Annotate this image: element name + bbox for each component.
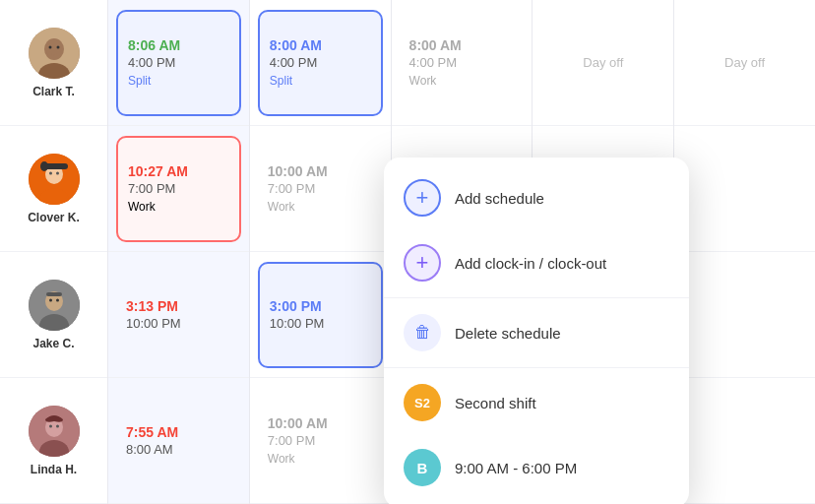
time-secondary-clark-col2: 4:00 PM bbox=[270, 55, 371, 70]
time-primary-linda-col1: 7:55 AM bbox=[126, 424, 231, 440]
menu-label-time-range: 9:00 AM - 6:00 PM bbox=[455, 460, 577, 476]
time-secondary-clover-col1: 7:00 PM bbox=[128, 181, 229, 196]
time-primary-jake-col1: 3:13 PM bbox=[126, 298, 231, 314]
menu-label-delete-schedule: Delete schedule bbox=[455, 325, 561, 342]
menu-divider-2 bbox=[384, 367, 689, 368]
employee-name-jake: Jake C. bbox=[32, 337, 74, 350]
menu-item-second-shift[interactable]: S2 Second shift bbox=[384, 370, 689, 435]
schedule-cell-linda-col1[interactable]: 7:55 AM 8:00 AM bbox=[108, 378, 249, 504]
time-range-icon: B bbox=[404, 449, 441, 486]
schedule-card-linda-col1[interactable]: 7:55 AM 8:00 AM bbox=[116, 388, 241, 494]
schedule-card-clover-col1[interactable]: 10:27 AM 7:00 PM Work bbox=[116, 136, 241, 242]
schedule-card-jake-col1[interactable]: 3:13 PM 10:00 PM bbox=[116, 262, 241, 368]
time-secondary-jake-col1: 10:00 PM bbox=[126, 316, 231, 331]
context-menu: + Add schedule + Add clock-in / clock-ou… bbox=[384, 158, 689, 504]
day-column-2: 8:00 AM 4:00 PM Split 10:00 AM 7:00 PM W… bbox=[250, 0, 392, 504]
svg-point-9 bbox=[56, 171, 59, 174]
schedule-cell-jake-col2[interactable]: 3:00 PM 10:00 PM bbox=[250, 252, 391, 378]
time-secondary-linda-col2: 7:00 PM bbox=[268, 433, 373, 448]
add-schedule-icon: + bbox=[404, 179, 441, 217]
time-primary-linda-col2: 10:00 AM bbox=[268, 415, 373, 431]
avatar-clark bbox=[29, 28, 80, 79]
svg-point-1 bbox=[44, 38, 64, 60]
schedule-card-clover-col2[interactable]: 10:00 AM 7:00 PM Work bbox=[258, 136, 383, 242]
time-primary-clark-col3: 8:00 AM bbox=[409, 37, 515, 53]
svg-point-16 bbox=[56, 298, 59, 301]
employee-name-clover: Clover K. bbox=[28, 211, 80, 224]
time-primary-jake-col2: 3:00 PM bbox=[270, 298, 371, 314]
schedule-container: Clark T. Clover K. bbox=[0, 0, 815, 504]
svg-point-21 bbox=[49, 424, 52, 427]
svg-point-15 bbox=[49, 298, 52, 301]
employee-cell-clover: Clover K. bbox=[0, 126, 107, 252]
time-primary-clover-col1: 10:27 AM bbox=[128, 163, 229, 179]
schedule-cell-clover-col5[interactable] bbox=[674, 126, 815, 252]
employee-cell-jake: Jake C. bbox=[0, 252, 107, 378]
menu-item-time-range[interactable]: B 9:00 AM - 6:00 PM bbox=[384, 435, 689, 500]
shift-label-clover-col1: Work bbox=[128, 200, 229, 214]
svg-rect-17 bbox=[46, 292, 62, 296]
svg-point-3 bbox=[48, 45, 51, 48]
avatar-clover bbox=[29, 154, 80, 205]
menu-item-add-clockin[interactable]: + Add clock-in / clock-out bbox=[384, 230, 689, 295]
shift-label-clark-col1: Split bbox=[128, 74, 229, 88]
svg-point-4 bbox=[56, 45, 59, 48]
menu-label-add-schedule: Add schedule bbox=[455, 190, 544, 207]
shift-label-clover-col2: Work bbox=[268, 200, 373, 214]
employee-name-clark: Clark T. bbox=[32, 85, 75, 98]
svg-point-22 bbox=[56, 424, 59, 427]
day-off-clark-col5: Day off bbox=[682, 55, 807, 70]
schedule-cell-clark-col4[interactable]: Day off bbox=[533, 0, 673, 126]
schedule-cell-clark-col2[interactable]: 8:00 AM 4:00 PM Split bbox=[250, 0, 391, 126]
time-secondary-clark-col1: 4:00 PM bbox=[128, 55, 229, 70]
schedule-card-clark-col3[interactable]: 8:00 AM 4:00 PM Work bbox=[400, 10, 525, 116]
schedule-card-jake-col2[interactable]: 3:00 PM 10:00 PM bbox=[258, 262, 383, 368]
avatar-linda bbox=[29, 406, 80, 457]
menu-divider bbox=[384, 297, 689, 298]
time-secondary-linda-col1: 8:00 AM bbox=[126, 442, 231, 457]
schedule-card-clark-col1[interactable]: 8:06 AM 4:00 PM Split bbox=[116, 10, 241, 116]
shift-label-clark-col3: Work bbox=[409, 74, 515, 88]
day-off-clark-col4: Day off bbox=[540, 55, 665, 70]
shift-label-clark-col2: Split bbox=[270, 74, 371, 88]
employee-name-linda: Linda H. bbox=[31, 463, 77, 476]
delete-schedule-icon: 🗑 bbox=[404, 314, 441, 351]
schedule-cell-jake-col5[interactable] bbox=[674, 252, 815, 378]
employee-column: Clark T. Clover K. bbox=[0, 0, 108, 504]
time-secondary-jake-col2: 10:00 PM bbox=[270, 316, 371, 331]
menu-item-delete-schedule[interactable]: 🗑 Delete schedule bbox=[384, 300, 689, 365]
time-primary-clark-col1: 8:06 AM bbox=[128, 37, 229, 53]
schedule-cell-jake-col1[interactable]: 3:13 PM 10:00 PM bbox=[108, 252, 249, 378]
time-primary-clover-col2: 10:00 AM bbox=[268, 163, 373, 179]
time-primary-clark-col2: 8:00 AM bbox=[270, 37, 371, 53]
shift-label-linda-col2: Work bbox=[268, 452, 373, 466]
day-column-5: Day off bbox=[674, 0, 815, 504]
schedule-cell-clark-col3[interactable]: 8:00 AM 4:00 PM Work bbox=[392, 0, 533, 126]
schedule-card-linda-col2[interactable]: 10:00 AM 7:00 PM Work bbox=[258, 388, 383, 494]
employee-cell-linda: Linda H. bbox=[0, 378, 107, 504]
day-column-1: 8:06 AM 4:00 PM Split 10:27 AM 7:00 PM W… bbox=[108, 0, 250, 504]
menu-label-second-shift: Second shift bbox=[455, 395, 536, 411]
schedule-cell-clark-col5[interactable]: Day off bbox=[674, 0, 815, 126]
menu-item-add-schedule[interactable]: + Add schedule bbox=[384, 165, 689, 230]
schedule-cell-clover-col2[interactable]: 10:00 AM 7:00 PM Work bbox=[250, 126, 391, 252]
svg-point-11 bbox=[40, 161, 48, 171]
add-clockin-icon: + bbox=[404, 244, 441, 282]
svg-point-8 bbox=[49, 171, 52, 174]
schedule-cell-clover-col1[interactable]: 10:27 AM 7:00 PM Work bbox=[108, 126, 249, 252]
schedule-cell-linda-col5[interactable] bbox=[674, 378, 815, 504]
avatar-jake bbox=[29, 280, 80, 331]
schedule-card-clark-col2[interactable]: 8:00 AM 4:00 PM Split bbox=[258, 10, 383, 116]
menu-label-add-clockin: Add clock-in / clock-out bbox=[455, 255, 606, 272]
second-shift-icon: S2 bbox=[404, 384, 441, 421]
schedule-cell-clark-col1[interactable]: 8:06 AM 4:00 PM Split bbox=[108, 0, 249, 126]
schedule-cell-linda-col2[interactable]: 10:00 AM 7:00 PM Work bbox=[250, 378, 391, 504]
employee-cell-clark: Clark T. bbox=[0, 0, 107, 126]
time-secondary-clover-col2: 7:00 PM bbox=[268, 181, 373, 196]
time-secondary-clark-col3: 4:00 PM bbox=[409, 55, 515, 70]
